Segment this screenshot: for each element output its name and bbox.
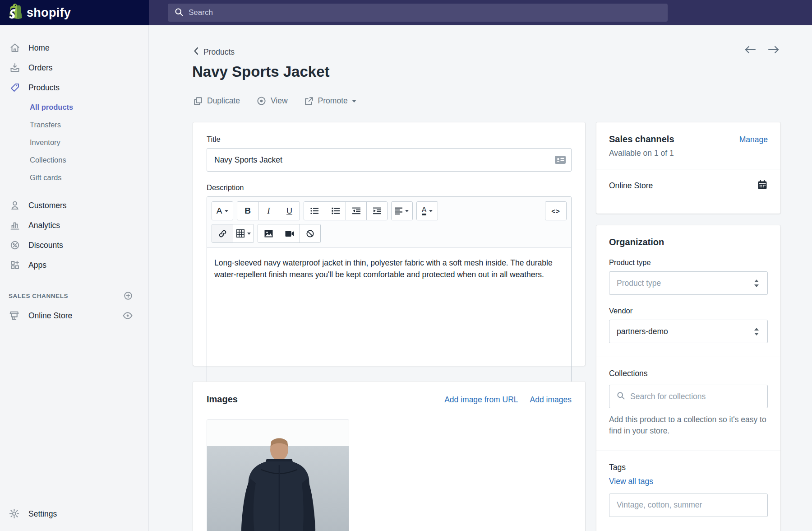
- sidebar-item-label: Products: [28, 83, 60, 93]
- chevron-left-icon: [193, 47, 199, 57]
- search-input[interactable]: [189, 8, 661, 17]
- pagination-arrows: [743, 44, 780, 57]
- sidebar-item-all-products[interactable]: All products: [0, 98, 148, 116]
- italic-button[interactable]: I: [258, 202, 279, 220]
- channel-label: Online Store: [28, 311, 72, 321]
- outdent-button[interactable]: [346, 202, 366, 220]
- action-bar: Duplicate View Promote: [193, 96, 356, 106]
- clear-formatting-button[interactable]: [300, 224, 320, 242]
- online-store-channel-row: Online Store: [609, 179, 768, 192]
- title-input[interactable]: [207, 148, 572, 172]
- sidebar-item-apps[interactable]: Apps: [0, 255, 148, 275]
- sales-channels-label: SALES CHANNELS: [9, 293, 68, 299]
- duplicate-button[interactable]: Duplicate: [193, 96, 240, 106]
- collections-help-text: Add this product to a collection so it's…: [609, 414, 768, 437]
- rich-text-editor: A B I U: [207, 196, 572, 399]
- shopify-logo[interactable]: shopify: [0, 0, 149, 25]
- sidebar-item-products[interactable]: Products: [0, 78, 148, 98]
- underline-button[interactable]: U: [279, 202, 300, 220]
- stepper-icon[interactable]: [745, 272, 767, 294]
- product-type-label: Product type: [609, 258, 768, 267]
- sales-channels-header: SALES CHANNELS: [0, 287, 148, 305]
- sidebar-item-gift-cards[interactable]: Gift cards: [0, 169, 148, 186]
- sidebar-item-orders[interactable]: Orders: [0, 58, 148, 78]
- analytics-icon: [9, 219, 21, 232]
- text-style-button[interactable]: A: [212, 202, 233, 220]
- chevron-down-icon: [247, 233, 251, 235]
- product-image-thumbnail[interactable]: [207, 419, 349, 531]
- add-image-from-url-link[interactable]: Add image from URL: [444, 395, 518, 405]
- sub-item-label: Inventory: [30, 138, 60, 147]
- product-details-card: Title Description A B I U: [193, 122, 585, 366]
- sidebar-item-collections[interactable]: Collections: [0, 151, 148, 169]
- description-label: Description: [207, 183, 572, 192]
- add-images-link[interactable]: Add images: [530, 395, 572, 405]
- vendor-value: partners-demo: [609, 320, 745, 343]
- shopify-wordmark: shopify: [27, 6, 71, 20]
- text-color-button[interactable]: A: [417, 202, 438, 220]
- title-label: Title: [207, 135, 572, 144]
- sidebar-nav: Home Orders Products All products Transf…: [0, 25, 148, 326]
- add-channel-button[interactable]: [123, 291, 133, 301]
- sidebar-item-discounts[interactable]: Discounts: [0, 235, 148, 255]
- calendar-icon[interactable]: [757, 179, 768, 192]
- global-search[interactable]: [168, 4, 668, 22]
- sidebar-item-settings[interactable]: Settings: [0, 504, 148, 524]
- sub-item-label: Gift cards: [30, 173, 62, 182]
- shopify-bag-icon: [7, 3, 23, 22]
- sidebar-item-home[interactable]: Home: [0, 38, 148, 58]
- view-label: View: [271, 96, 288, 106]
- insert-image-button[interactable]: [258, 224, 279, 242]
- collections-search-input[interactable]: [630, 392, 761, 401]
- chevron-down-icon: [225, 210, 228, 212]
- organization-section: Organization Product type Product type V…: [596, 225, 780, 357]
- insert-table-button[interactable]: [233, 224, 254, 242]
- contact-card-icon[interactable]: [554, 154, 566, 167]
- sidebar-item-customers[interactable]: Customers: [0, 196, 148, 215]
- view-button[interactable]: View: [256, 96, 288, 106]
- insert-video-button[interactable]: [279, 224, 300, 242]
- page-title: Navy Sports Jacket: [192, 63, 330, 80]
- tag-icon: [9, 82, 21, 94]
- description-textarea[interactable]: Long-sleeved navy waterproof jacket in t…: [207, 248, 571, 399]
- sidebar-item-analytics[interactable]: Analytics: [0, 215, 148, 235]
- duplicate-label: Duplicate: [207, 96, 240, 106]
- product-type-select[interactable]: Product type: [609, 271, 768, 295]
- collections-search-box[interactable]: [609, 385, 768, 408]
- sidebar-item-label: Analytics: [28, 221, 60, 230]
- availability-text: Available on 1 of 1: [609, 149, 768, 158]
- numbered-list-button[interactable]: [325, 202, 346, 220]
- vendor-select[interactable]: partners-demo: [609, 320, 768, 343]
- organization-card: Organization Product type Product type V…: [596, 225, 780, 531]
- insert-link-button[interactable]: [212, 224, 233, 242]
- tags-input[interactable]: [609, 494, 768, 517]
- bulleted-list-button[interactable]: [304, 202, 325, 220]
- next-product-arrow-icon[interactable]: [767, 44, 780, 57]
- sidebar-item-transfers[interactable]: Transfers: [0, 116, 148, 134]
- gear-icon: [9, 508, 21, 520]
- vendor-label: Vendor: [609, 307, 768, 315]
- stepper-icon[interactable]: [745, 320, 767, 343]
- organization-heading: Organization: [609, 237, 768, 247]
- previous-product-arrow-icon[interactable]: [743, 44, 757, 57]
- indent-button[interactable]: [366, 202, 387, 220]
- search-icon: [616, 391, 625, 402]
- sidebar-item-label: Customers: [28, 201, 67, 210]
- manage-link[interactable]: Manage: [739, 135, 768, 144]
- orders-icon: [9, 62, 21, 74]
- sub-item-label: Collections: [30, 156, 66, 164]
- sidebar-item-inventory[interactable]: Inventory: [0, 134, 148, 151]
- eye-icon[interactable]: [122, 310, 133, 321]
- sidebar-item-online-store[interactable]: Online Store: [0, 305, 148, 326]
- view-all-tags-link[interactable]: View all tags: [609, 477, 653, 486]
- alignment-button[interactable]: [392, 202, 412, 220]
- bold-button[interactable]: B: [237, 202, 258, 220]
- main-content: Products Navy Sports Jacket Duplicate: [149, 25, 812, 531]
- show-html-button[interactable]: <>: [545, 202, 566, 220]
- storefront-icon: [9, 310, 21, 322]
- promote-button[interactable]: Promote: [304, 96, 356, 106]
- breadcrumb[interactable]: Products: [193, 47, 235, 57]
- sales-channels-card: Sales channels Manage Available on 1 of …: [596, 122, 780, 214]
- editor-toolbar: A B I U: [207, 197, 571, 248]
- sub-item-label: All products: [30, 103, 73, 112]
